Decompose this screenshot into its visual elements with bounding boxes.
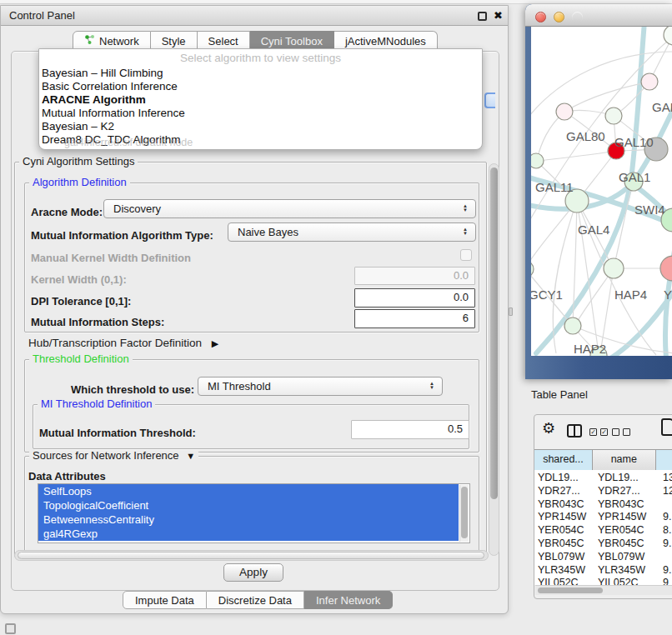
table-row[interactable]: YER054CYER054C8. bbox=[534, 523, 672, 537]
sources-title: Sources for Network Inference bbox=[33, 449, 179, 462]
close-icon[interactable]: ✖ bbox=[494, 8, 503, 23]
table-cell: 12 bbox=[663, 484, 672, 498]
algorithm-option-bayesian-hill-climbing[interactable]: Bayesian – Hill Climbing bbox=[42, 67, 479, 80]
panel-splitter-grip[interactable] bbox=[509, 308, 513, 316]
node-label-swi4: SWI4 bbox=[634, 202, 665, 217]
table-cell: YLR345W bbox=[538, 563, 593, 577]
column-header-name[interactable]: name bbox=[593, 450, 656, 470]
screen: Control Panel ✖ NetworkStyleSelectCyni T… bbox=[0, 0, 672, 635]
combo-fragment bbox=[484, 92, 495, 108]
expand-right-icon: ▶ bbox=[212, 338, 218, 349]
kernel-width-label: Kernel Width (0,1): bbox=[31, 273, 127, 286]
table-row[interactable]: YDL19...YDL19...13 bbox=[534, 471, 672, 484]
table-row[interactable]: YBL079WYBL079W bbox=[534, 550, 672, 563]
manual-kernel-label: Manual Kernel Width Definition bbox=[31, 252, 191, 264]
settings-scroll-thumb[interactable] bbox=[490, 168, 498, 499]
table-cell: 8. bbox=[663, 523, 672, 537]
mi-threshold-input[interactable]: 0.5 bbox=[351, 420, 469, 439]
table-cell: YDR27... bbox=[538, 484, 593, 498]
algorithm-option-mutual-information-inference[interactable]: Mutual Information Inference bbox=[42, 107, 479, 120]
tab-discretize-data[interactable]: Discretize Data bbox=[207, 591, 304, 609]
page-icon[interactable] bbox=[661, 418, 672, 436]
bottom-corner-button[interactable] bbox=[5, 623, 16, 634]
tab-impute-data[interactable]: Impute Data bbox=[123, 591, 207, 609]
mi-steps-input[interactable]: 6 bbox=[354, 309, 475, 328]
table-row[interactable]: YLR345WYLR345W9. bbox=[534, 563, 672, 577]
table-cell: 13 bbox=[663, 471, 672, 484]
unchecked-checkbox-icon[interactable] bbox=[623, 428, 630, 436]
mi-steps-label: Mutual Information Steps: bbox=[31, 316, 164, 328]
algorithm-option-bayesian-k2[interactable]: Bayesian – K2 bbox=[42, 120, 479, 133]
table-cell: 9. bbox=[663, 510, 672, 523]
network-canvas[interactable]: GALGAL80GAL10GAL1GAL11SWI4GAL4GCY1HAP4YH… bbox=[531, 27, 672, 356]
settings-horizontal-scrollbar[interactable] bbox=[14, 550, 489, 561]
apply-button[interactable]: Apply bbox=[223, 563, 283, 582]
float-window-icon[interactable] bbox=[478, 12, 487, 21]
attribute-item-gal4rgexp[interactable]: gal4RGexp bbox=[38, 527, 459, 541]
node-gal11[interactable] bbox=[531, 153, 544, 168]
table-row[interactable]: YIL052CYIL052C9 bbox=[534, 576, 672, 585]
table-cell: YDL19... bbox=[598, 471, 658, 484]
column-header-shared[interactable]: shared... bbox=[534, 450, 593, 470]
table-row[interactable]: YBR043CYBR043C bbox=[534, 498, 672, 511]
table-row[interactable]: YDR27...YDR27...12 bbox=[534, 484, 672, 498]
unchecked-checkbox-icon[interactable] bbox=[612, 428, 619, 436]
tab-infer-network[interactable]: Infer Network bbox=[304, 591, 393, 609]
zoom-traffic-light[interactable] bbox=[572, 12, 583, 22]
sources-toggle[interactable]: Sources for Network Inference ▼ bbox=[29, 450, 198, 462]
network-titlebar bbox=[525, 4, 672, 27]
data-attributes-list[interactable]: SelfLoopsTopologicalCoefficientBetweenne… bbox=[38, 483, 470, 543]
node-label-gal80: GAL80 bbox=[566, 129, 605, 143]
gear-icon[interactable]: ⚙ bbox=[542, 420, 555, 437]
table-cell: YBL079W bbox=[538, 550, 593, 563]
close-traffic-light[interactable] bbox=[535, 12, 546, 22]
node-gal10[interactable] bbox=[605, 108, 622, 124]
node-gcy1[interactable] bbox=[531, 261, 534, 278]
node-gal-pink-top[interactable] bbox=[641, 73, 658, 90]
dpi-tolerance-label: DPI Tolerance [0,1]: bbox=[31, 295, 131, 308]
attribute-item-topologicalcoefficient[interactable]: TopologicalCoefficient bbox=[38, 498, 459, 512]
dpi-tolerance-input[interactable]: 0.0 bbox=[354, 288, 475, 308]
table-panel-title: Table Panel bbox=[531, 388, 588, 401]
node-top-right-partial[interactable] bbox=[664, 27, 672, 45]
settings-group-title: Cyni Algorithm Settings bbox=[19, 156, 138, 168]
which-threshold-select[interactable]: MI Threshold ▲▼ bbox=[198, 377, 443, 396]
control-panel-titlebar: Control Panel ✖ bbox=[1, 6, 508, 26]
hub-section-label: Hub/Transcription Factor Definition bbox=[28, 337, 202, 349]
aracne-mode-select[interactable]: Discovery ▲▼ bbox=[103, 199, 476, 218]
mi-type-select[interactable]: Naive Bayes ▲▼ bbox=[228, 222, 476, 242]
column-header-partial[interactable] bbox=[656, 450, 672, 470]
table-hscroll-thumb[interactable] bbox=[538, 588, 603, 593]
data-attributes-label: Data Attributes bbox=[28, 470, 106, 482]
minimize-traffic-light[interactable] bbox=[554, 12, 564, 22]
node-salmon-node[interactable] bbox=[660, 256, 672, 281]
network-window: GALGAL80GAL10GAL1GAL11SWI4GAL4GCY1HAP4YH… bbox=[525, 4, 672, 379]
hub-section-toggle[interactable]: Hub/Transcription Factor Definition ▶ bbox=[28, 337, 218, 349]
settings-vertical-scrollbar[interactable] bbox=[489, 163, 499, 556]
node-gal80[interactable] bbox=[556, 103, 573, 120]
table-header-row: shared...name bbox=[534, 449, 672, 469]
spinner-arrows-icon: ▲▼ bbox=[429, 378, 434, 390]
columns-icon[interactable] bbox=[567, 424, 582, 438]
settings-hscroll-thumb[interactable] bbox=[18, 552, 484, 559]
node-hap2[interactable] bbox=[564, 318, 581, 334]
manual-kernel-checkbox[interactable] bbox=[460, 249, 472, 261]
table-row[interactable]: YPR145WYPR145W9. bbox=[534, 510, 672, 523]
node-label-gal11: GAL11 bbox=[535, 180, 574, 194]
checked-checkbox-icon[interactable]: ✓ bbox=[600, 428, 608, 436]
algorithm-option-basic-correlation-inference[interactable]: Basic Correlation Inference bbox=[42, 80, 479, 93]
algorithm-option-aracne-algorithm[interactable]: ARACNE Algorithm bbox=[42, 93, 479, 107]
which-threshold-value: MI Threshold bbox=[208, 380, 271, 392]
table-row[interactable]: YBR045CYBR045C9. bbox=[534, 537, 672, 550]
kernel-width-input[interactable]: 0.0 bbox=[354, 267, 475, 285]
mi-threshold-label: Mutual Information Threshold: bbox=[39, 427, 196, 439]
node-hap4[interactable] bbox=[604, 258, 624, 278]
attribute-item-selfloops[interactable]: SelfLoops bbox=[38, 484, 459, 498]
attribute-item-betweennesscentrality[interactable]: BetweennessCentrality bbox=[38, 512, 459, 527]
algorithm-options: Bayesian – Hill ClimbingBasic Correlatio… bbox=[42, 67, 479, 147]
table-horizontal-scrollbar[interactable] bbox=[535, 585, 672, 595]
attributes-list-scroll-thumb[interactable] bbox=[461, 487, 468, 538]
table-cell: 9 bbox=[663, 576, 672, 585]
attributes-list-scrollbar[interactable] bbox=[459, 485, 469, 542]
checked-checkbox-icon[interactable]: ✓ bbox=[589, 428, 597, 436]
